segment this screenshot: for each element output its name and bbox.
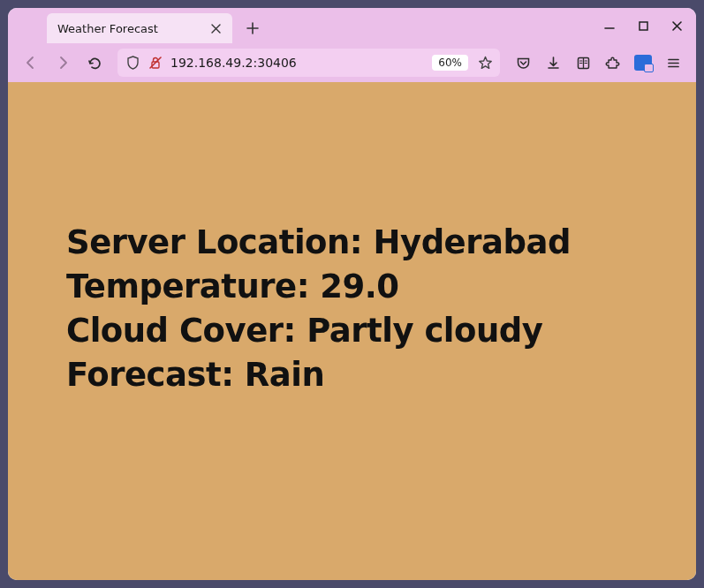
temperature-line: Temperature: 29.0 — [66, 265, 638, 309]
shield-icon — [125, 55, 140, 71]
browser-tab[interactable]: Weather Forecast — [47, 13, 232, 43]
back-button[interactable] — [17, 49, 45, 77]
download-icon[interactable] — [539, 49, 567, 77]
reload-button[interactable] — [80, 49, 109, 77]
pocket-icon[interactable] — [509, 49, 537, 77]
url-text: 192.168.49.2:30406 — [170, 56, 425, 70]
reader-icon[interactable] — [569, 49, 597, 77]
star-icon[interactable] — [475, 55, 495, 71]
weather-block: Server Location: Hyderabad Temperature: … — [66, 221, 638, 397]
toolbar: 192.168.49.2:30406 60% — [8, 43, 696, 82]
tab-title: Weather Forecast — [57, 22, 201, 35]
insecure-lock-icon — [148, 55, 163, 71]
address-bar[interactable]: 192.168.49.2:30406 60% — [117, 49, 500, 77]
window-controls — [595, 8, 691, 43]
menu-icon[interactable] — [659, 49, 687, 77]
extensions-icon[interactable] — [599, 49, 627, 77]
minimize-button[interactable] — [595, 11, 624, 40]
tab-strip: Weather Forecast — [8, 8, 696, 43]
browser-window: Weather Forecast — [8, 8, 696, 580]
page-content: Server Location: Hyderabad Temperature: … — [8, 82, 696, 580]
forward-button[interactable] — [49, 49, 77, 77]
zoom-badge[interactable]: 60% — [432, 55, 468, 71]
toolbar-right — [509, 49, 687, 77]
new-tab-button[interactable] — [239, 15, 266, 41]
close-window-button[interactable] — [662, 11, 691, 40]
forecast-line: Forecast: Rain — [66, 353, 638, 397]
pip-icon[interactable] — [629, 49, 657, 77]
svg-rect-0 — [640, 22, 647, 30]
close-icon[interactable] — [208, 20, 223, 36]
location-line: Server Location: Hyderabad — [66, 221, 638, 265]
cloud-line: Cloud Cover: Partly cloudy — [66, 309, 638, 353]
maximize-button[interactable] — [629, 11, 657, 40]
